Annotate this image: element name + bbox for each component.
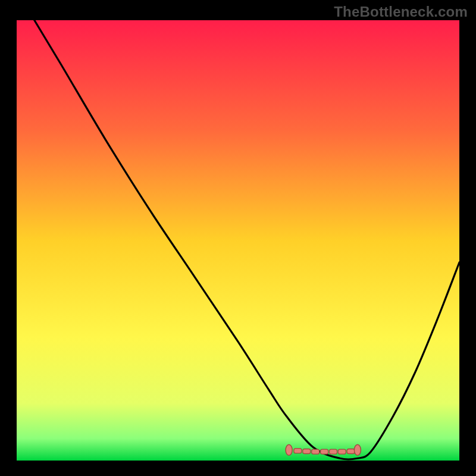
- marker-dash: [294, 449, 302, 453]
- marker-dash: [347, 449, 355, 454]
- chart-svg: [17, 20, 459, 461]
- marker-dash: [330, 449, 337, 454]
- marker-dash: [338, 449, 346, 454]
- plot-area: [17, 20, 459, 461]
- marker-dot: [286, 444, 292, 455]
- watermark-text: TheBottleneck.com: [334, 4, 468, 20]
- marker-dot: [354, 444, 361, 455]
- gradient-backdrop: [17, 20, 459, 461]
- marker-dash: [321, 449, 328, 454]
- marker-dash: [303, 449, 311, 454]
- chart-frame: TheBottleneck.com: [0, 0, 476, 476]
- marker-dash: [312, 449, 320, 454]
